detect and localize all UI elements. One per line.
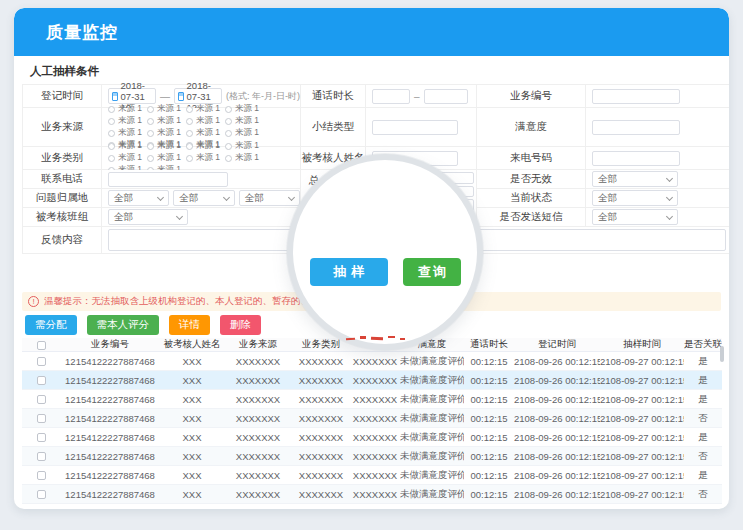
radio-option[interactable]: 来源 1 <box>225 152 264 164</box>
label-send-sms: 是否发送短信 <box>477 208 585 226</box>
table-row[interactable]: 12154122227887468 XXX XXXXXXX XXXXXXX XX… <box>22 485 722 504</box>
row-checkbox[interactable] <box>37 357 46 366</box>
cell-is-linked: 是 <box>684 469 722 482</box>
radio-option[interactable]: 来源 1 <box>147 103 186 115</box>
current-status-select[interactable]: 全部 <box>592 190 678 206</box>
cell-satisfaction: 未做满意度评价 <box>400 374 464 387</box>
row-checkbox[interactable] <box>37 395 46 404</box>
contact-phone-input[interactable] <box>108 172 228 187</box>
self-score-button[interactable]: 需本人评分 <box>87 315 160 335</box>
radio-option[interactable]: 来源 1 <box>108 115 147 127</box>
problem-region-select-2[interactable]: 全部 <box>173 190 234 206</box>
row-checkbox[interactable] <box>37 471 46 480</box>
select-all-checkbox[interactable] <box>37 341 46 350</box>
row-checkbox[interactable] <box>37 452 46 461</box>
cell-register-time: 2108-09-26 00:12:15 <box>514 489 600 500</box>
radio-option[interactable]: 来源 1 <box>225 140 264 152</box>
radio-circle-icon <box>186 118 193 125</box>
table-row[interactable]: 12154122227887468 XXX XXXXXXX XXXXXXX XX… <box>22 352 722 371</box>
radio-option[interactable]: 来源 1 <box>225 115 264 127</box>
radio-option[interactable]: 来源 1 <box>225 103 264 115</box>
radio-circle-icon <box>108 155 115 162</box>
date-format-hint: (格式: 年-月-日-时) <box>226 90 300 103</box>
duration-max-input[interactable] <box>424 89 468 104</box>
satisfaction-input[interactable] <box>592 120 680 135</box>
business-no-input[interactable] <box>592 89 680 104</box>
radio-option[interactable]: 来源 1 <box>108 152 147 164</box>
query-button[interactable]: 查询 <box>403 258 461 286</box>
detail-button[interactable]: 详情 <box>169 315 210 335</box>
radio-option[interactable]: 来源 1 <box>147 152 186 164</box>
duration-min-input[interactable] <box>372 89 410 104</box>
cell-covered-column: XXXXXXX <box>350 432 400 443</box>
radio-circle-icon <box>186 106 193 113</box>
cell-covered-column: XXXXXXX <box>350 470 400 481</box>
cell-business-no: 12154122227887468 <box>60 489 160 500</box>
table-body: 12154122227887468 XXX XXXXXXX XXXXXXX XX… <box>22 352 722 504</box>
radio-circle-icon <box>108 130 115 137</box>
cell-business-no: 12154122227887468 <box>60 356 160 367</box>
radio-option[interactable]: 来源 1 <box>108 103 147 115</box>
radio-option[interactable]: 来源 1 <box>186 115 225 127</box>
radio-option[interactable]: 来源 1 <box>147 115 186 127</box>
cell-satisfaction: 未做满意度评价 <box>400 488 464 501</box>
section-title: 人工抽样条件 <box>30 64 99 79</box>
cell-business-source: XXXXXXX <box>224 451 292 462</box>
label-current-status: 当前状态 <box>477 189 585 207</box>
reassign-button[interactable]: 需分配 <box>25 315 77 335</box>
warning-icon: ! <box>28 296 39 307</box>
radio-circle-icon <box>225 155 232 162</box>
radio-option[interactable]: 来源 1 <box>108 140 147 152</box>
caller-no-input[interactable] <box>592 151 680 166</box>
label-is-invalid: 是否无效 <box>477 170 585 188</box>
delete-button[interactable]: 删除 <box>220 315 261 335</box>
column-header: 登记时间 <box>514 338 600 351</box>
cell-business-source: XXXXXXX <box>224 470 292 481</box>
assessed-team-select[interactable]: 全部 <box>108 209 188 225</box>
table-row[interactable]: 12154122227887468 XXX XXXXXXX XXXXXXX XX… <box>22 390 722 409</box>
table-row[interactable]: 12154122227887468 XXX XXXXXXX XXXXXXX XX… <box>22 428 722 447</box>
radio-option[interactable]: 来源 1 <box>147 140 186 152</box>
radio-option[interactable]: 来源 1 <box>225 127 264 139</box>
radio-circle-icon <box>147 118 154 125</box>
radio-circle-icon <box>225 106 232 113</box>
cell-assessee-name: XXX <box>160 394 224 405</box>
cell-is-linked: 是 <box>684 374 722 387</box>
row-checkbox[interactable] <box>37 376 46 385</box>
table-row[interactable]: 12154122227887468 XXX XXXXXXX XXXXXXX XX… <box>22 447 722 466</box>
action-buttons: 需分配 需本人评分 详情 删除 <box>25 315 261 335</box>
table-row[interactable]: 12154122227887468 XXX XXXXXXX XXXXXXX XX… <box>22 466 722 485</box>
problem-region-select-1[interactable]: 全部 <box>108 190 169 206</box>
send-sms-select[interactable]: 全部 <box>592 209 678 225</box>
row-checkbox[interactable] <box>37 490 46 499</box>
cell-sample-time: 2108-09-27 00:12:15 <box>600 489 684 500</box>
cell-assessee-name: XXX <box>160 451 224 462</box>
radio-option[interactable]: 来源 1 <box>186 127 225 139</box>
cell-assessee-name: XXX <box>160 356 224 367</box>
radio-option[interactable]: 来源 1 <box>186 140 225 152</box>
date-to-input[interactable]: 2018-07-31 12 <box>174 88 222 104</box>
business-category-options: 来源 1来源 1来源 1来源 1来源 1来源 1来源 1来源 1来源 1来源 1 <box>102 147 300 169</box>
radio-circle-icon <box>108 118 115 125</box>
row-checkbox[interactable] <box>37 433 46 442</box>
cell-is-linked: 是 <box>684 431 722 444</box>
watermark-red-text <box>344 332 414 344</box>
row-checkbox[interactable] <box>37 414 46 423</box>
radio-circle-icon <box>147 155 154 162</box>
table-row[interactable]: 12154122227887468 XXX XXXXXXX XXXXXXX XX… <box>22 371 722 390</box>
cell-register-time: 2108-09-26 00:12:15 <box>514 413 600 424</box>
problem-region-select-3[interactable]: 全部 <box>239 190 300 206</box>
cell-covered-column: XXXXXXX <box>350 394 400 405</box>
scrollbar-thumb[interactable] <box>720 346 724 362</box>
radio-option[interactable]: 来源 1 <box>186 152 225 164</box>
radio-circle-icon <box>225 130 232 137</box>
sample-button[interactable]: 抽样 <box>310 258 388 286</box>
radio-option[interactable]: 来源 1 <box>108 127 147 139</box>
table-row[interactable]: 12154122227887468 XXX XXXXXXX XXXXXXX XX… <box>22 409 722 428</box>
radio-option[interactable]: 来源 1 <box>186 103 225 115</box>
cell-business-no: 12154122227887468 <box>60 432 160 443</box>
date-from-input[interactable]: 2018-07-31 10 <box>108 88 156 104</box>
radio-option[interactable]: 来源 1 <box>147 127 186 139</box>
summary-type-input[interactable] <box>372 120 458 135</box>
is-invalid-select[interactable]: 全部 <box>592 171 678 187</box>
